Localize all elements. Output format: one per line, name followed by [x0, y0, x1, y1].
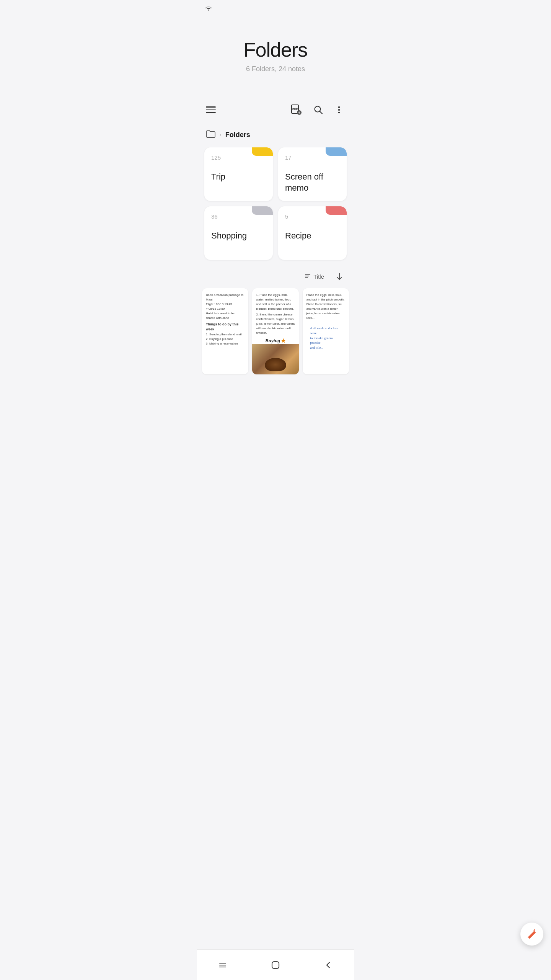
- more-options-button[interactable]: [333, 103, 345, 117]
- folder-icon: [206, 130, 216, 140]
- buying-text: Buying ★: [252, 338, 298, 344]
- svg-text:+: +: [298, 111, 300, 115]
- status-bar: [197, 0, 354, 15]
- svg-point-8: [338, 112, 340, 113]
- breadcrumb: › Folders: [197, 124, 354, 143]
- folder-name-screen-off: Screen off memo: [285, 172, 340, 193]
- hamburger-menu[interactable]: [206, 106, 216, 113]
- toolbar: PDF +: [197, 96, 354, 124]
- note-content-1: Book a vacation package to Maui. Flight …: [202, 288, 248, 351]
- note-food-image: [252, 344, 298, 374]
- hero-section: Folders 6 Folders, 24 notes: [197, 15, 354, 88]
- wifi-icon: [204, 5, 213, 12]
- folder-tab-shopping: [252, 206, 273, 215]
- chevron-icon: ›: [220, 132, 222, 138]
- sort-label-text: Title: [313, 273, 324, 280]
- page-title: Folders: [204, 38, 347, 61]
- folder-shopping[interactable]: 36 Shopping: [204, 206, 273, 260]
- folder-tab-trip: [252, 147, 273, 156]
- svg-point-6: [338, 106, 340, 108]
- sort-title-button[interactable]: Title: [304, 273, 324, 280]
- note-content-3: Place the eggs, milk, flour, and salt in…: [303, 288, 349, 359]
- note-card-3[interactable]: Place the eggs, milk, flour, and salt in…: [303, 288, 349, 374]
- hamburger-line-1: [206, 106, 216, 108]
- pdf-button[interactable]: PDF +: [289, 102, 304, 118]
- hamburger-line-3: [206, 112, 216, 113]
- folders-count: 6 Folders, 24 notes: [204, 65, 347, 73]
- search-button[interactable]: [311, 103, 325, 117]
- svg-point-7: [338, 109, 340, 111]
- breadcrumb-label: Folders: [225, 131, 250, 139]
- sort-descending-button[interactable]: [334, 271, 345, 282]
- folder-name-recipe: Recipe: [285, 230, 340, 242]
- folders-grid: 125 Trip 17 Screen off memo 36 Shopping …: [197, 143, 354, 268]
- svg-text:PDF: PDF: [292, 108, 298, 111]
- note-content-2: 1. Place the eggs, milk, water, melted b…: [252, 288, 298, 338]
- hamburger-line-2: [206, 109, 216, 111]
- folder-tab-screen-off: [326, 147, 347, 156]
- folder-recipe[interactable]: 5 Recipe: [278, 206, 347, 260]
- sort-divider: [329, 273, 329, 280]
- notes-grid: Book a vacation package to Maui. Flight …: [197, 287, 354, 413]
- folder-name-shopping: Shopping: [211, 230, 266, 242]
- folder-screen-off-memo[interactable]: 17 Screen off memo: [278, 147, 347, 201]
- folder-trip[interactable]: 125 Trip: [204, 147, 273, 201]
- folder-tab-recipe: [326, 206, 347, 215]
- sort-bar: Title: [197, 268, 354, 287]
- folder-name-trip: Trip: [211, 172, 266, 183]
- note-card-2[interactable]: 1. Place the eggs, milk, water, melted b…: [252, 288, 298, 374]
- note-card-1[interactable]: Book a vacation package to Maui. Flight …: [202, 288, 248, 374]
- svg-line-5: [320, 111, 323, 114]
